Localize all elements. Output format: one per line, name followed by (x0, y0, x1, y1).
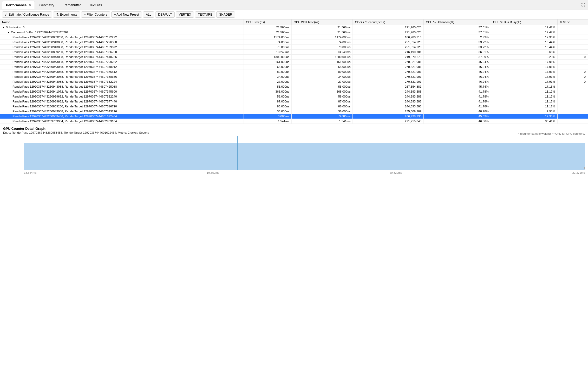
chart-x-labels: 18.554ms 19.652ms 20.829ms 22.371ms (24, 170, 585, 174)
filter-button[interactable]: ≡ Filter Counters (81, 11, 110, 18)
cell-util: 37.01% (424, 25, 491, 30)
estimate-button[interactable]: ⇄ Estimate / Confidence Range (2, 11, 52, 18)
cell-clocks: 244,393,388 (353, 89, 424, 94)
cell-clocks: 271,215,343 (353, 119, 424, 124)
cell-gpu_time: 21.568ms (244, 25, 292, 30)
tab-textures[interactable]: Textures (85, 1, 106, 9)
cell-verte (557, 99, 588, 104)
cell-util: 2.99% (424, 35, 491, 40)
cell-name: RenderPass 12970367443260859280, RenderT… (0, 104, 244, 109)
estimate-icon: ⇄ (5, 13, 8, 16)
table-row[interactable]: RenderPass 12970367443260939632, RenderT… (0, 94, 588, 99)
table-row[interactable]: RenderPass 12970367443260943088, RenderT… (0, 40, 588, 45)
cell-gpu_time: 161.000us (244, 60, 292, 64)
cell-name: RenderPass 12970367443259759984, RenderT… (0, 119, 244, 124)
cell-util: 46.36% (424, 119, 491, 124)
cell-verte (557, 64, 588, 69)
cell-clocks: 106,280,916 (353, 35, 424, 40)
cell-clocks: 270,521,901 (353, 64, 424, 69)
cell-gpu_wall: 368.000us (292, 89, 353, 94)
table-row[interactable]: RenderPass 12970367443260943088, RenderT… (0, 84, 588, 89)
cell-name: RenderPass 12970367443260943088, RenderT… (0, 55, 244, 60)
cell-bus: 9.66% (491, 50, 557, 55)
table-row[interactable]: RenderPass 12970367443260859280, RenderT… (0, 35, 588, 40)
cell-bus: 17.91% (491, 74, 557, 79)
table-row[interactable]: ▼Submission: 021.568ms21.568ms221,260,02… (0, 25, 588, 30)
add-preset-button[interactable]: + Add New Preset (111, 11, 142, 18)
table-row[interactable]: RenderPass 12970367443260939632, RenderT… (0, 99, 588, 104)
table-row[interactable]: RenderPass 12970367443260943088, RenderT… (0, 45, 588, 50)
cell-util: 36.91% (424, 50, 491, 55)
cell-gpu_time: 13.249ms (244, 50, 292, 55)
cell-bus: 17.91% (491, 79, 557, 84)
cell-gpu_time: 368.000us (244, 89, 292, 94)
cell-gpu_wall: 87.000us (292, 99, 353, 104)
table-row[interactable]: RenderPass 12970367443260943088, RenderT… (0, 79, 588, 84)
preset-shader-button[interactable]: SHADER (216, 11, 235, 18)
cell-clocks: 221,260,023 (353, 25, 424, 30)
table-row[interactable]: RenderPass 12970367443260943088, RenderT… (0, 60, 588, 64)
cell-verte: 0 (557, 74, 588, 79)
expand-arrow-icon[interactable]: ▼ (2, 26, 5, 29)
cell-bus: 17.36% (491, 35, 557, 40)
cell-verte (557, 104, 588, 109)
cell-gpu_wall: 55.000us (292, 84, 353, 89)
table-row[interactable]: RenderPass 12970367443260953456, RenderT… (0, 114, 588, 119)
cell-gpu_time: 58.000us (244, 94, 292, 99)
cell-bus: 17.91% (491, 69, 557, 74)
cell-name: RenderPass 12970367443260859280, RenderT… (0, 35, 244, 40)
preset-default-button[interactable]: DEFAULT (155, 11, 175, 18)
preset-texture-button[interactable]: TEXTURE (195, 11, 215, 18)
preset-vertex-button[interactable]: VERTEX (176, 11, 194, 18)
cell-util: 46.24% (424, 69, 491, 74)
cell-clocks: 270,521,901 (353, 60, 424, 64)
filter-icon: ≡ (84, 13, 86, 16)
table-row[interactable]: RenderPass 12970367443260859280, RenderT… (0, 104, 588, 109)
expand-arrow-icon[interactable]: ▼ (7, 31, 10, 34)
col-clocks: Clocks / Second(per s) (353, 20, 424, 25)
table-row[interactable]: RenderPass 12970367443260859280, RenderT… (0, 50, 588, 55)
cell-gpu_wall: 89.000us (292, 69, 353, 74)
experiments-label: Experiments (60, 13, 77, 16)
fullscreen-button[interactable]: ⛶ (580, 2, 586, 8)
gpu-counter-title: GPU Counter Detail Graph: (3, 127, 149, 131)
cell-verte (557, 35, 588, 40)
tab-textures-label: Textures (89, 3, 102, 7)
cell-name: RenderPass 12970367443260943088, RenderT… (0, 74, 244, 79)
cell-util: 45.74% (424, 84, 491, 89)
table-row[interactable]: RenderPass 12970367443260943088, RenderT… (0, 69, 588, 74)
cell-gpu_wall: 58.000us (292, 94, 353, 99)
tab-bar: Performance ✕ Geometry Framebuffer Textu… (0, 0, 588, 10)
cell-gpu_time: 89.000us (244, 69, 292, 74)
gpu-header-row: GPU Counter Detail Graph: Entry: RenderP… (3, 127, 585, 135)
cell-verte (557, 30, 588, 35)
experiments-button[interactable]: ⚗ Experiments (53, 11, 80, 18)
filter-label: Filter Counters (87, 13, 107, 16)
cell-util: 46.24% (424, 60, 491, 64)
cell-verte (557, 25, 588, 30)
cell-gpu_wall: 86.000us (292, 104, 353, 109)
table-row[interactable]: ▼Command Buffer: 1297036744057412526421.… (0, 30, 588, 35)
cell-name: RenderPass 12970367443260943088, RenderT… (0, 40, 244, 45)
table-row[interactable]: RenderPass 12970367443260943088, RenderT… (0, 109, 588, 114)
table-row[interactable]: RenderPass 12970367443260941072, RenderT… (0, 89, 588, 94)
cell-verte (557, 114, 588, 119)
tab-performance-close[interactable]: ✕ (29, 3, 31, 7)
table-row[interactable]: RenderPass 12970367443259759984, RenderT… (0, 119, 588, 124)
preset-all-button[interactable]: ALL (143, 11, 154, 18)
performance-table-container[interactable]: Name GPU Time(ns) GPU Wall Time(ns) Cloc… (0, 20, 588, 124)
table-row[interactable]: RenderPass 12970367443260943088, RenderT… (0, 74, 588, 79)
cell-verte: 0 (557, 69, 588, 74)
tab-framebuffer-label: Framebuffer (63, 3, 81, 7)
cell-gpu_wall: 74.000us (292, 40, 353, 45)
tab-framebuffer[interactable]: Framebuffer (59, 1, 85, 9)
cell-gpu_wall: 65.000us (292, 64, 353, 69)
cell-gpu_time: 79.000us (244, 45, 292, 50)
tab-geometry[interactable]: Geometry (35, 1, 58, 9)
table-row[interactable]: RenderPass 12970367443260943088, RenderT… (0, 64, 588, 69)
table-row[interactable]: RenderPass 12970367443260943088, RenderT… (0, 55, 588, 60)
cell-gpu_time: 1.541ms (244, 119, 292, 124)
tab-performance[interactable]: Performance ✕ (2, 1, 35, 9)
cell-verte (557, 109, 588, 114)
cell-clocks: 251,314,220 (353, 45, 424, 50)
